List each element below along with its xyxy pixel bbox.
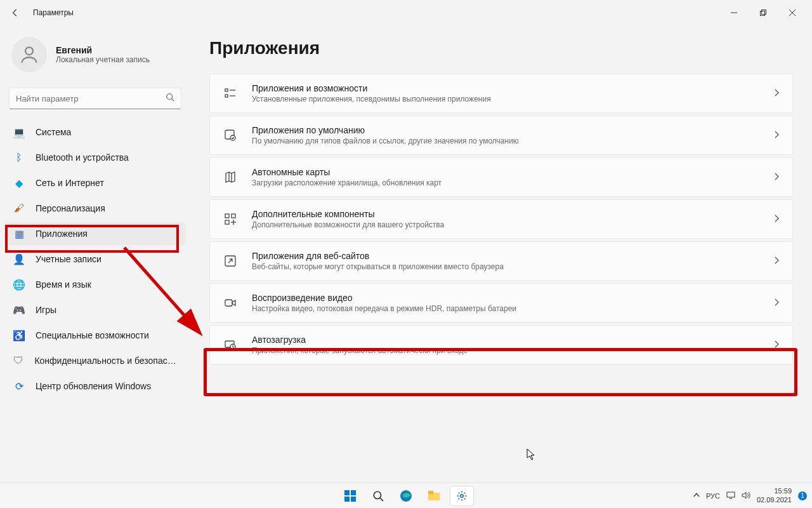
card-subtitle: Приложения, которые запускаются автомати… xyxy=(252,346,775,355)
sidebar-item-2[interactable]: ◆Сеть и Интернет xyxy=(5,171,185,194)
sidebar-item-label: Игры xyxy=(36,305,56,315)
tray-volume-icon[interactable] xyxy=(742,491,750,500)
taskbar-settings-button[interactable] xyxy=(450,486,474,506)
sidebar-item-7[interactable]: 🎮Игры xyxy=(5,298,185,321)
svg-rect-16 xyxy=(225,214,229,218)
svg-rect-22 xyxy=(225,300,232,306)
maximize-button[interactable] xyxy=(749,3,778,23)
sidebar-item-9[interactable]: 🛡Конфиденциальность и безопасность xyxy=(5,349,185,372)
tray-overflow-icon[interactable] xyxy=(693,492,700,500)
sidebar-item-1[interactable]: ᛒBluetooth и устройства xyxy=(5,146,185,169)
back-button[interactable] xyxy=(5,3,25,23)
close-button[interactable] xyxy=(778,3,807,23)
sidebar-item-10[interactable]: ⟳Центр обновления Windows xyxy=(5,375,185,398)
taskbar-explorer-button[interactable] xyxy=(422,486,446,506)
sidebar: Евгений Локальная учетная запись 💻Систем… xyxy=(0,25,190,483)
sidebar-item-3[interactable]: 🖌Персонализация xyxy=(5,197,185,220)
sidebar-item-5[interactable]: 👤Учетные записи xyxy=(5,248,185,271)
user-profile[interactable]: Евгений Локальная учетная запись xyxy=(5,25,185,84)
avatar xyxy=(11,37,47,72)
taskbar: РУС 15:59 02.09.2021 1 xyxy=(0,483,812,508)
card-subtitle: Настройка видео, потоковая передача в ре… xyxy=(252,304,775,313)
minimize-button[interactable] xyxy=(719,3,749,23)
start-button[interactable] xyxy=(338,486,362,506)
apps-features-icon xyxy=(223,86,238,101)
sidebar-item-6[interactable]: 🌐Время и язык xyxy=(5,273,185,296)
taskbar-center xyxy=(338,486,474,506)
privacy-icon: 🛡 xyxy=(13,354,24,367)
tray-network-icon[interactable] xyxy=(726,491,735,500)
sidebar-item-label: Учетные записи xyxy=(36,254,102,264)
svg-rect-8 xyxy=(225,89,228,91)
card-title: Приложения и возможности xyxy=(252,83,775,93)
settings-card-3[interactable]: Дополнительные компонентыДополнительные … xyxy=(209,199,793,239)
search-box[interactable] xyxy=(9,88,181,109)
sidebar-item-label: Приложения xyxy=(36,229,88,239)
svg-rect-29 xyxy=(344,497,350,502)
card-title: Автономные карты xyxy=(252,167,775,177)
svg-rect-30 xyxy=(351,497,356,502)
card-title: Приложения по умолчанию xyxy=(252,125,775,135)
settings-card-0[interactable]: Приложения и возможностиУстановленные пр… xyxy=(209,74,793,113)
taskbar-search-button[interactable] xyxy=(366,486,390,506)
svg-rect-1 xyxy=(760,11,764,15)
accounts-icon: 👤 xyxy=(13,253,25,265)
svg-point-6 xyxy=(167,94,173,100)
chevron-right-icon xyxy=(775,171,780,183)
tray-date: 02.09.2021 xyxy=(757,496,792,504)
chevron-right-icon xyxy=(775,255,780,267)
personalization-icon: 🖌 xyxy=(13,202,25,215)
system-icon: 💻 xyxy=(13,126,25,138)
chevron-right-icon xyxy=(775,130,780,141)
tray-clock[interactable]: 15:59 02.09.2021 xyxy=(757,487,792,504)
time-language-icon: 🌐 xyxy=(13,278,25,291)
search-input[interactable] xyxy=(16,94,166,104)
svg-point-13 xyxy=(230,135,235,140)
card-subtitle: Дополнительные возможности для вашего ус… xyxy=(252,220,775,229)
maps-icon xyxy=(223,170,238,185)
card-subtitle: Загрузки расположение хранилища, обновле… xyxy=(252,178,775,187)
svg-line-7 xyxy=(172,99,174,102)
chevron-right-icon xyxy=(775,339,780,351)
gaming-icon: 🎮 xyxy=(13,304,25,316)
user-name: Евгений xyxy=(56,45,150,55)
system-tray: РУС 15:59 02.09.2021 1 xyxy=(693,487,807,504)
sidebar-item-0[interactable]: 💻Система xyxy=(5,121,185,144)
card-title: Воспроизведение видео xyxy=(252,293,775,303)
svg-rect-27 xyxy=(344,490,350,495)
card-subtitle: Установленные приложения, псевдонимы вып… xyxy=(252,95,775,104)
sidebar-item-label: Персонализация xyxy=(36,203,105,213)
optional-features-icon xyxy=(223,211,238,227)
tray-language[interactable]: РУС xyxy=(706,492,720,500)
settings-card-1[interactable]: Приложения по умолчаниюПо умолчанию для … xyxy=(209,116,793,155)
default-apps-icon xyxy=(223,128,238,143)
svg-point-31 xyxy=(374,491,381,498)
sidebar-item-label: Время и язык xyxy=(36,279,91,290)
search-icon xyxy=(166,93,174,104)
svg-rect-35 xyxy=(428,491,433,494)
sidebar-item-label: Конфиденциальность и безопасность xyxy=(34,356,178,366)
video-icon xyxy=(223,295,238,311)
card-title: Автозагрузка xyxy=(252,335,775,345)
sidebar-item-8[interactable]: ♿Специальные возможности xyxy=(5,324,185,347)
network-icon: ◆ xyxy=(13,177,25,189)
settings-card-4[interactable]: Приложения для веб-сайтовВеб-сайты, кото… xyxy=(209,241,793,281)
taskbar-edge-button[interactable] xyxy=(394,486,418,506)
sidebar-item-label: Специальные возможности xyxy=(36,330,149,340)
card-title: Приложения для веб-сайтов xyxy=(252,251,775,261)
tray-notification-badge[interactable]: 1 xyxy=(798,491,807,500)
sidebar-item-4[interactable]: ▦Приложения xyxy=(5,222,185,245)
card-subtitle: По умолчанию для типов файлов и ссылок, … xyxy=(252,137,775,145)
settings-card-2[interactable]: Автономные картыЗагрузки расположение хр… xyxy=(209,157,793,197)
window-title: Параметры xyxy=(33,8,74,17)
apps-icon: ▦ xyxy=(13,227,25,240)
page-title: Приложения xyxy=(209,38,793,58)
update-icon: ⟳ xyxy=(13,380,25,392)
settings-card-6[interactable]: АвтозагрузкаПриложения, которые запускаю… xyxy=(209,325,793,364)
settings-card-5[interactable]: Воспроизведение видеоНастройка видео, по… xyxy=(209,283,793,323)
card-title: Дополнительные компоненты xyxy=(252,209,775,219)
chevron-right-icon xyxy=(775,297,780,309)
chevron-right-icon xyxy=(775,88,780,99)
svg-rect-17 xyxy=(232,214,235,218)
user-account-type: Локальная учетная запись xyxy=(56,55,150,64)
